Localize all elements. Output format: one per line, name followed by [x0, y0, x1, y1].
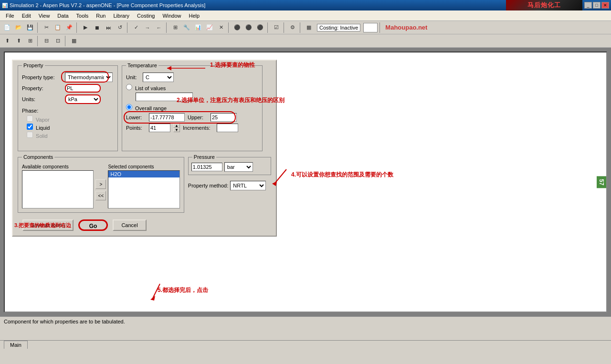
menu-library[interactable]: Library [109, 12, 133, 20]
buttons-row: Save as form | Go Cancel [18, 219, 271, 231]
tb-prev[interactable]: ← [154, 22, 164, 33]
menu-costing[interactable]: Costing [133, 12, 158, 20]
svg-line-3 [153, 284, 160, 298]
units-select[interactable]: kPa bar atm [65, 94, 101, 104]
tb-table[interactable]: ▦ [304, 22, 314, 33]
tb-sep8 [300, 22, 302, 33]
solid-checkbox[interactable] [27, 132, 33, 138]
selected-item-h2o[interactable]: H2O [108, 171, 179, 177]
move-all-right-button[interactable]: << [95, 191, 106, 200]
tb2-btn6[interactable]: ▦ [69, 36, 79, 46]
tb-sep3 [127, 22, 129, 33]
menu-window[interactable]: Window [158, 12, 185, 20]
tb-circle1[interactable]: ⚫ [232, 22, 242, 33]
tb2-btn4[interactable]: ⊟ [41, 36, 52, 46]
upper-input[interactable] [211, 113, 237, 122]
menu-file[interactable]: File [2, 12, 18, 20]
tb2-btn3[interactable]: ⊞ [25, 36, 35, 46]
tb-sim[interactable]: 🔧 [181, 22, 192, 33]
property-input[interactable] [65, 84, 101, 93]
liquid-checkbox-label[interactable]: Liquid [27, 124, 114, 131]
tb-save[interactable]: 💾 [25, 22, 35, 33]
tb-paste[interactable]: 📌 [64, 22, 74, 33]
tb-new[interactable]: 📄 [2, 22, 12, 33]
tb-next[interactable]: → [142, 22, 153, 33]
vapor-checkbox-label[interactable]: Vapor [27, 115, 114, 123]
minimize-button[interactable]: _ [584, 2, 592, 9]
menu-view[interactable]: View [35, 12, 54, 20]
tb2-sep1 [37, 36, 39, 46]
tb-check[interactable]: ✓ [131, 22, 141, 33]
overall-range-radio[interactable] [126, 104, 132, 110]
points-spinner[interactable]: ▲ ▼ [173, 124, 180, 132]
tb-sep1 [37, 22, 39, 33]
components-group: Components Available components > << [18, 157, 184, 213]
tb-cut[interactable]: ✂ [41, 22, 52, 33]
lower-input[interactable] [149, 113, 185, 122]
annotation-step4: 4.可以设置你想查找的范围及需要的个数 [291, 171, 393, 179]
tb-sens[interactable]: 📈 [204, 22, 215, 33]
liquid-checkbox[interactable] [27, 124, 33, 130]
property-type-select[interactable]: Thermodynamic Transport [65, 73, 113, 82]
points-up[interactable]: ▲ [173, 124, 180, 128]
tb-run[interactable]: ▶ [80, 22, 91, 33]
go-button[interactable]: Go [78, 219, 108, 231]
content-panel: Property Property type: Thermodynamic Tr… [4, 52, 607, 312]
tb-step[interactable]: ⏭ [103, 22, 114, 33]
pressure-group: Pressure bar kPa atm [188, 157, 271, 175]
cancel-button[interactable]: Cancel [113, 219, 146, 231]
move-right-button[interactable]: > [95, 179, 106, 189]
tb-open[interactable]: 📂 [13, 22, 24, 33]
tb-close-x[interactable]: ✕ [216, 22, 226, 33]
tb-grid[interactable]: ⊞ [170, 22, 180, 33]
logo-text: 马后炮化工 [527, 1, 561, 10]
pressure-input[interactable] [191, 163, 222, 171]
maximize-button[interactable]: □ [593, 2, 600, 9]
lower-label: Lower: [126, 114, 146, 120]
tb-stop[interactable]: ⏹ [92, 22, 102, 33]
solid-checkbox-label[interactable]: Solid [27, 132, 114, 139]
tb2-btn1[interactable]: ⬆ [2, 36, 12, 46]
menu-tools[interactable]: Tools [73, 12, 93, 20]
tb-reinit[interactable]: ↺ [115, 22, 125, 33]
tb-copy[interactable]: 📋 [53, 22, 63, 33]
side-tab[interactable]: 57 [597, 176, 606, 188]
close-button[interactable]: ✕ [601, 2, 609, 9]
menu-data[interactable]: Data [53, 12, 72, 20]
selected-list[interactable]: H2O [108, 170, 179, 208]
menu-edit[interactable]: Edit [18, 12, 35, 20]
temperature-unit-select[interactable]: C F K [143, 73, 174, 82]
increments-input[interactable] [217, 124, 238, 132]
costing-status-label: Costing: Inactive [319, 25, 358, 31]
tb2-btn2[interactable]: ⬆ [13, 36, 24, 46]
points-down[interactable]: ▼ [173, 128, 180, 132]
available-title: Available components [22, 164, 94, 169]
property-type-label: Property type: [22, 74, 65, 80]
tb-spec[interactable]: 📊 [193, 22, 203, 33]
tb-circle3[interactable]: ⚫ [255, 22, 265, 33]
list-of-values-radio[interactable] [126, 84, 132, 90]
menu-help[interactable]: Help [185, 12, 204, 20]
menu-run[interactable]: Run [92, 12, 109, 20]
arrow-buttons: > << [95, 164, 106, 208]
save-as-form-button[interactable]: Save as form | [22, 219, 74, 231]
list-of-values-radio-label[interactable]: List of values [126, 85, 166, 91]
available-list[interactable] [22, 170, 94, 208]
points-input[interactable] [149, 124, 170, 132]
tb-check2[interactable]: ☑ [271, 22, 282, 33]
window-controls[interactable]: _ □ ✕ [584, 2, 609, 9]
vapor-checkbox[interactable] [27, 115, 33, 122]
tb-sep4 [166, 22, 168, 33]
tab-main[interactable]: Main [4, 341, 28, 349]
logo-area: 马后炮化工 [506, 0, 582, 10]
list-values-input[interactable] [136, 93, 193, 101]
tb2-btn5[interactable]: ⊡ [53, 36, 63, 46]
overall-range-radio-label[interactable]: Overall range [126, 105, 167, 111]
property-method-select[interactable]: NRTL UNIQUAC IDEAL [230, 181, 266, 190]
tb-sep5 [228, 22, 230, 33]
pressure-group-title: Pressure [192, 154, 216, 160]
pressure-unit-select[interactable]: bar kPa atm [224, 162, 253, 172]
tb-aspen[interactable]: ⚙ [287, 22, 298, 33]
tb-circle2[interactable]: ⚫ [243, 22, 254, 33]
right-panels: Pressure bar kPa atm Property metho [188, 157, 271, 216]
